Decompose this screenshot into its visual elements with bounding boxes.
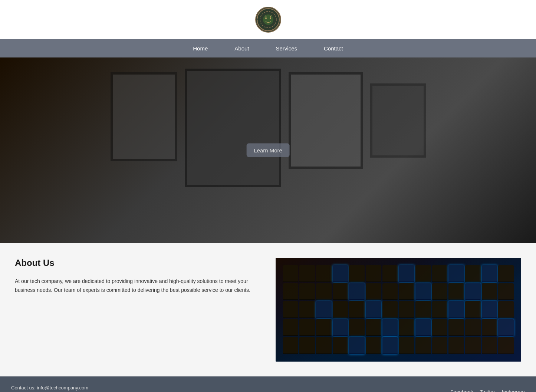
learn-more-button[interactable]: Learn More (246, 144, 290, 157)
nav-item-home: Home (180, 39, 221, 57)
keyboard-key (415, 337, 431, 354)
nav-item-services: Services (262, 39, 310, 57)
keyboard-key (299, 265, 315, 282)
keyboard-key (432, 319, 448, 336)
nav-list: Home About Services Contact (180, 39, 356, 57)
keyboard-key (283, 301, 299, 318)
social-link-twitter[interactable]: Twitter (480, 389, 495, 392)
keyboard-key (349, 319, 365, 336)
logo (255, 7, 281, 33)
keyboard-key (366, 337, 381, 354)
keyboard-key (382, 319, 398, 336)
keyboard-key (482, 265, 497, 282)
keyboard-key (448, 301, 464, 318)
keyboard-key (399, 265, 414, 282)
keyboard-decoration (276, 258, 522, 362)
hero-cta: Learn More (246, 144, 290, 157)
keyboard-key (399, 337, 414, 354)
svg-point-4 (270, 17, 271, 19)
keyboard-key (316, 301, 332, 318)
keyboard-key (465, 337, 481, 354)
hero-section: Learn More (0, 57, 536, 243)
keyboard-key (399, 301, 414, 318)
keyboard-key (415, 265, 431, 282)
keyboard-key (333, 265, 348, 282)
keyboard-key (333, 319, 348, 336)
footer-social-links: Facebook Twitter Instagram (450, 389, 525, 392)
footer-contact: Contact us: info@techcompany.com Phone: … (11, 384, 88, 392)
main-nav: Home About Services Contact (0, 39, 536, 57)
keyboard-key (432, 301, 448, 318)
nav-link-about[interactable]: About (221, 39, 262, 57)
keyboard-key (316, 283, 332, 300)
keyboard-key (415, 319, 431, 336)
social-link-instagram[interactable]: Instagram (502, 389, 525, 392)
keyboard-key (366, 283, 381, 300)
site-footer: Contact us: info@techcompany.com Phone: … (0, 376, 536, 392)
keyboard-key (333, 337, 348, 354)
keyboard-key (482, 337, 497, 354)
about-image (276, 258, 522, 362)
keyboard-key (283, 337, 299, 354)
keyboard-key (432, 337, 448, 354)
keyboard-key (299, 283, 315, 300)
nav-link-contact[interactable]: Contact (310, 39, 356, 57)
keyboard-key (448, 265, 464, 282)
keyboard-key (366, 265, 381, 282)
keyboard-key (349, 265, 365, 282)
nav-link-home[interactable]: Home (180, 39, 221, 57)
about-body: At our tech company, we are dedicated to… (15, 277, 261, 295)
logo-image (256, 7, 280, 32)
keyboard-key (498, 265, 514, 282)
keyboard-key (448, 319, 464, 336)
keyboard-key (366, 319, 381, 336)
keyboard-key (465, 301, 481, 318)
keyboard-key (498, 337, 514, 354)
keyboard-key (333, 283, 348, 300)
nav-item-about: About (221, 39, 262, 57)
about-section: About Us At our tech company, we are ded… (0, 243, 536, 376)
about-title: About Us (15, 258, 261, 268)
keyboard-key (382, 265, 398, 282)
keyboard-key (316, 337, 332, 354)
keyboard-key (382, 283, 398, 300)
keyboard-key (465, 283, 481, 300)
footer-email: Contact us: info@techcompany.com (11, 384, 88, 392)
keyboard-key (498, 301, 514, 318)
keyboard-key (399, 319, 414, 336)
keyboard-key (432, 265, 448, 282)
keyboard-key (482, 319, 497, 336)
nav-item-contact: Contact (310, 39, 356, 57)
svg-point-2 (263, 14, 273, 25)
keyboard-key (299, 319, 315, 336)
keyboard-key (316, 319, 332, 336)
keyboard-key (415, 301, 431, 318)
keyboard-key (283, 319, 299, 336)
keyboard-key (382, 301, 398, 318)
keyboard-key (349, 337, 365, 354)
keyboard-key (382, 337, 398, 354)
keyboard-key (482, 301, 497, 318)
keyboard-key (299, 301, 315, 318)
keyboard-key (415, 283, 431, 300)
keyboard-key (465, 265, 481, 282)
keyboard-key (316, 265, 332, 282)
keyboard-key (399, 283, 414, 300)
keyboard-key (465, 319, 481, 336)
keyboard-key (482, 283, 497, 300)
social-link-facebook[interactable]: Facebook (450, 389, 473, 392)
keyboard-key (498, 319, 514, 336)
keyboard-key (448, 337, 464, 354)
keyboard-key (432, 283, 448, 300)
keyboard-key (283, 283, 299, 300)
keyboard-key (283, 265, 299, 282)
keyboard-key (498, 283, 514, 300)
about-image-container (276, 258, 522, 362)
keyboard-key (333, 301, 348, 318)
nav-link-services[interactable]: Services (262, 39, 310, 57)
keyboard-key (366, 301, 381, 318)
site-header (0, 0, 536, 39)
about-text-block: About Us At our tech company, we are ded… (15, 258, 261, 295)
keyboard-key (349, 301, 365, 318)
keyboard-key (299, 337, 315, 354)
